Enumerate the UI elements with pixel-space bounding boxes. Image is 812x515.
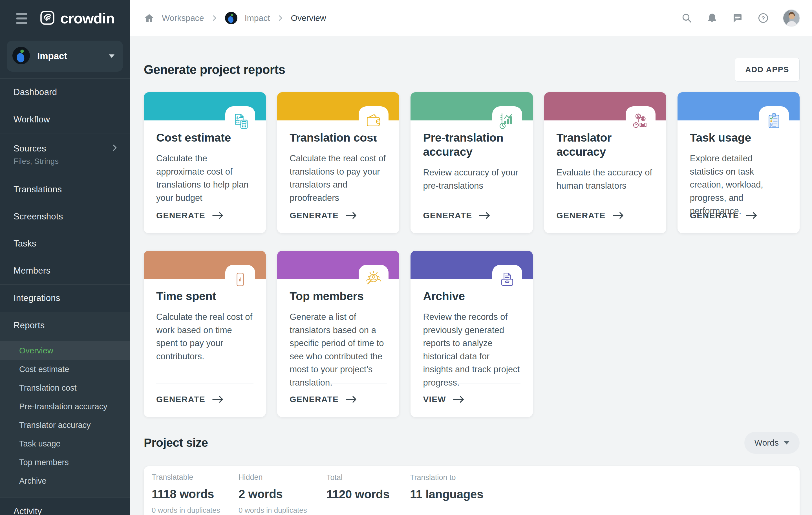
sidebar-subitem-translator-accuracy[interactable]: Translator accuracy — [0, 416, 130, 434]
chevron-right-icon — [111, 144, 118, 154]
sidebar-nav: DashboardWorkflowSourcesFiles, StringsTr… — [0, 78, 130, 515]
user-avatar[interactable] — [783, 10, 800, 26]
sidebar-item-dashboard[interactable]: Dashboard — [0, 79, 130, 106]
people-chart-icon — [626, 106, 656, 136]
card-action-label: GENERATE — [156, 395, 205, 404]
project-selector[interactable]: Impact — [7, 40, 123, 71]
sidebar-item-workflow[interactable]: Workflow — [0, 106, 130, 133]
topbar: WorkspaceImpactOverview — [130, 0, 812, 36]
stat-value: 1118 words — [152, 487, 238, 501]
sidebar-group: SourcesFiles, Strings — [0, 133, 130, 176]
card-action-label: GENERATE — [423, 211, 472, 220]
report-card-pre-translation-accuracy: Pre-translation accuracyReview accuracy … — [410, 92, 532, 233]
sidebar-subitem-cost-estimate[interactable]: Cost estimate — [0, 360, 130, 378]
sidebar-item-label: Sources — [13, 144, 46, 154]
card-action-label: GENERATE — [690, 211, 739, 220]
sidebar-item-translations[interactable]: Translations — [0, 176, 130, 203]
generate-link-time-spent[interactable]: GENERATE — [156, 383, 254, 417]
stat-note — [410, 506, 800, 515]
crowdin-logo[interactable]: crowdin — [40, 10, 114, 27]
invoice-calculator-icon: $ — [225, 106, 255, 136]
sidebar-subitem-pre-translation-accuracy[interactable]: Pre-translation accuracy — [0, 397, 130, 416]
project-size-card: Translatable1118 words0 words in duplica… — [144, 466, 800, 515]
sidebar-subitem-overview[interactable]: Overview — [0, 341, 130, 360]
notifications-icon[interactable] — [706, 12, 718, 24]
arrow-right-icon — [212, 211, 225, 220]
sidebar-item-members[interactable]: Members — [0, 257, 130, 284]
generate-link-pre-translation-accuracy[interactable]: GENERATE — [423, 200, 520, 233]
arrow-right-icon — [212, 395, 225, 403]
clipboard-list-icon — [759, 106, 789, 136]
stat-value: 2 words — [238, 487, 326, 501]
stat-translatable: Translatable1118 words0 words in duplica… — [152, 473, 238, 515]
main-content: Generate project reports ADD APPS $ Cost… — [130, 36, 812, 515]
sidebar-item-sublabel: Files, Strings — [13, 157, 118, 166]
stat-label: Translation to — [410, 473, 800, 482]
report-card-translator-accuracy: Translator accuracyEvaluate the accuracy… — [544, 92, 666, 233]
stat-label: Translatable — [152, 473, 238, 482]
arrow-right-icon — [479, 211, 491, 220]
generate-link-task-usage[interactable]: GENERATE — [690, 200, 787, 233]
generate-link-cost-estimate[interactable]: GENERATE — [156, 200, 254, 233]
card-description: Calculate the approximate cost of transl… — [156, 152, 254, 204]
sidebar-item-tasks[interactable]: Tasks — [0, 230, 130, 257]
section-header: Generate project reports ADD APPS — [144, 58, 800, 82]
chevron-down-icon — [784, 441, 789, 445]
breadcrumb-separator-icon — [211, 15, 218, 21]
chart-magnifier-icon — [492, 106, 522, 136]
report-cards-row-2: Time spentCalculate the real cost of wor… — [144, 251, 800, 417]
report-card-cost-estimate: $ Cost estimateCalculate the approximate… — [144, 92, 266, 233]
sidebar-subitem-task-usage[interactable]: Task usage — [0, 434, 130, 453]
arrow-right-icon — [612, 211, 625, 220]
breadcrumb-workspace[interactable]: Workspace — [162, 13, 204, 23]
report-cards-row-1: $ Cost estimateCalculate the approximate… — [144, 92, 800, 233]
breadcrumb-project-avatar — [225, 12, 237, 24]
sidebar-item-screenshots[interactable]: Screenshots — [0, 203, 130, 230]
sidebar-group: Integrations — [0, 284, 130, 312]
sidebar-group: Workflow — [0, 106, 130, 133]
card-description: Calculate the real cost of work based on… — [156, 311, 254, 363]
generate-link-translator-accuracy[interactable]: GENERATE — [556, 200, 654, 233]
project-size-header: Project size Words — [144, 432, 800, 454]
add-apps-button[interactable]: ADD APPS — [735, 58, 800, 82]
stat-note: 0 words in duplicates — [238, 506, 326, 515]
generate-link-top-members[interactable]: GENERATE — [290, 383, 387, 417]
sidebar-subitem-archive[interactable]: Archive — [0, 471, 130, 490]
home-icon[interactable] — [144, 13, 154, 23]
sidebar-item-reports[interactable]: Reports — [0, 312, 130, 339]
stat-translation-to: Translation to11 languages — [410, 473, 800, 515]
view-link-archive[interactable]: VIEW — [423, 383, 520, 417]
topbar-actions: ? — [681, 10, 800, 26]
card-description: Review the records of previously generat… — [423, 311, 520, 389]
breadcrumb: WorkspaceImpactOverview — [144, 12, 326, 24]
generate-link-translation-cost[interactable]: GENERATE — [290, 200, 387, 233]
sidebar-subitem-translation-cost[interactable]: Translation cost — [0, 378, 130, 397]
sidebar-item-activity[interactable]: Activity — [0, 498, 130, 515]
card-description: Generate a list of translators based on … — [290, 311, 387, 389]
search-icon[interactable] — [681, 12, 692, 24]
project-avatar — [12, 47, 30, 65]
stat-value: 1120 words — [326, 488, 410, 501]
sidebar-item-integrations[interactable]: Integrations — [0, 285, 130, 312]
sidebar-item-sources[interactable]: SourcesFiles, Strings — [0, 134, 130, 176]
menu-icon[interactable] — [16, 13, 27, 24]
report-card-archive: ArchiveReview the records of previously … — [410, 251, 532, 417]
project-size-title: Project size — [144, 436, 208, 450]
report-card-translation-cost: Translation costCalculate the real cost … — [277, 92, 399, 233]
sidebar-subitem-top-members[interactable]: Top members — [0, 453, 130, 471]
card-action-label: GENERATE — [290, 395, 339, 404]
stat-label: Total — [326, 473, 410, 482]
stat-note: 0 words in duplicates — [152, 506, 238, 515]
project-name: Impact — [37, 51, 67, 61]
breadcrumb-impact[interactable]: Impact — [245, 13, 270, 23]
reports-sub-list: OverviewCost estimateTranslation costPre… — [0, 339, 130, 490]
messages-icon[interactable] — [732, 12, 743, 24]
help-icon[interactable]: ? — [757, 12, 769, 24]
crowdin-logo-icon — [40, 10, 55, 26]
card-action-label: GENERATE — [156, 211, 205, 220]
crowdin-logo-text: crowdin — [60, 10, 114, 27]
sidebar-header: crowdin — [0, 0, 130, 37]
breadcrumb-overview: Overview — [291, 13, 326, 23]
sidebar-group-reports: ReportsOverviewCost estimateTranslation … — [0, 312, 130, 497]
unit-selector[interactable]: Words — [744, 432, 800, 454]
